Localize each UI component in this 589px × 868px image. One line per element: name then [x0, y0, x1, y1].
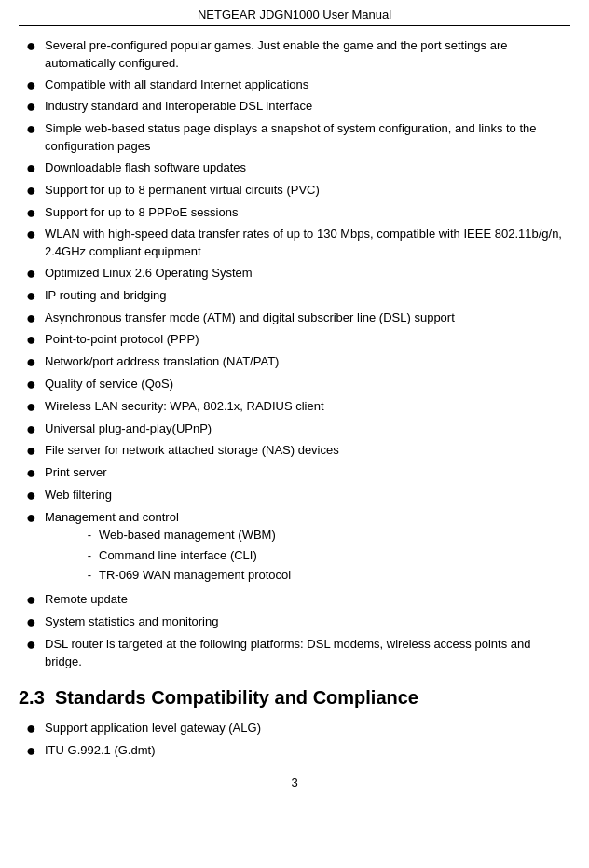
section-title: Standards Compatibility and Compliance: [55, 687, 418, 708]
list-item: ● Quality of service (QoS): [19, 376, 570, 394]
bullet-text: Downloadable flash software updates: [45, 159, 570, 177]
bullet-text: Management and control - Web-based manag…: [45, 509, 570, 587]
bullet-dot: ●: [26, 226, 45, 244]
bullet-dot: ●: [26, 487, 45, 505]
page-title: NETGEAR JDGN1000 User Manual: [198, 7, 391, 21]
bullet-text: Optimized Linux 2.6 Operating System: [45, 265, 570, 282]
bullet-dot: ●: [26, 376, 45, 394]
list-item: ● DSL router is targeted at the followin…: [19, 636, 570, 671]
bullet-text: Simple web-based status page displays a …: [45, 120, 570, 156]
list-item: ● Several pre-configured popular games. …: [19, 37, 570, 73]
bullet-dot: ●: [26, 742, 45, 761]
bullet-dot: ●: [26, 720, 45, 738]
bullet-text: Industry standard and interoperable DSL …: [45, 98, 570, 116]
bullet-text: Compatible with all standard Internet ap…: [45, 76, 570, 94]
bullet-dot: ●: [26, 98, 45, 117]
bullet-dot: ●: [26, 265, 45, 283]
section-bullet-list: ● Support application level gateway (ALG…: [19, 720, 570, 761]
main-bullet-list: ● Several pre-configured popular games. …: [19, 37, 570, 670]
sub-list: - Web-based management (WBM) - Command l…: [45, 527, 563, 586]
list-item: ● Remote update: [19, 591, 570, 610]
bullet-text: Wireless LAN security: WPA, 802.1x, RADI…: [45, 398, 570, 416]
list-item: ● Support application level gateway (ALG…: [19, 720, 570, 738]
sub-dash: -: [71, 547, 99, 565]
bullet-dot: ●: [26, 120, 45, 139]
bullet-dot: ●: [26, 331, 45, 350]
bullet-text: WLAN with high-speed data transfer rates…: [45, 226, 570, 261]
bullet-text: Support application level gateway (ALG): [45, 720, 570, 737]
list-item: ● Wireless LAN security: WPA, 802.1x, RA…: [19, 398, 570, 417]
bullet-dot: ●: [26, 37, 45, 56]
list-item: ● File server for network attached stora…: [19, 442, 570, 461]
bullet-text: Asynchronous transfer mode (ATM) and dig…: [45, 310, 570, 327]
sub-list-item: - Command line interface (CLI): [45, 547, 563, 565]
list-item: ● Print server: [19, 464, 570, 483]
list-item: ● IP routing and bridging: [19, 287, 570, 306]
bullet-dot: ●: [26, 287, 45, 306]
bullet-dot: ●: [26, 464, 45, 483]
bullet-text: DSL router is targeted at the following …: [45, 636, 570, 671]
list-item: ● Web filtering: [19, 487, 570, 505]
list-item: ● Asynchronous transfer mode (ATM) and d…: [19, 310, 570, 328]
bullet-text: ITU G.992.1 (G.dmt): [45, 742, 570, 760]
bullet-text: Support for up to 8 permanent virtual ci…: [45, 182, 570, 200]
list-item-management: ● Management and control - Web-based man…: [19, 509, 570, 587]
list-item: ● WLAN with high-speed data transfer rat…: [19, 226, 570, 261]
bullet-text: Remote update: [45, 591, 570, 609]
page-number: 3: [19, 776, 570, 790]
bullet-dot: ●: [26, 204, 45, 223]
bullet-text: Several pre-configured popular games. Ju…: [45, 37, 570, 73]
sub-dash: -: [71, 567, 99, 585]
section-number: 2.3: [19, 687, 45, 708]
list-item: ● Support for up to 8 permanent virtual …: [19, 182, 570, 200]
bullet-text: Point-to-point protocol (PPP): [45, 331, 570, 349]
list-item: ● Network/port address translation (NAT/…: [19, 353, 570, 372]
list-item: ● Compatible with all standard Internet …: [19, 76, 570, 95]
bullet-dot: ●: [26, 636, 45, 654]
list-item: ● Point-to-point protocol (PPP): [19, 331, 570, 350]
bullet-dot: ●: [26, 398, 45, 417]
bullet-dot: ●: [26, 76, 45, 95]
bullet-dot: ●: [26, 509, 45, 528]
sub-list-item: - TR-069 WAN management protocol: [45, 567, 563, 585]
bullet-dot: ●: [26, 159, 45, 178]
list-item: ● Industry standard and interoperable DS…: [19, 98, 570, 117]
bullet-text: IP routing and bridging: [45, 287, 570, 305]
list-item: ● Universal plug-and-play(UPnP): [19, 420, 570, 439]
list-item: ● Support for up to 8 PPPoE sessions: [19, 204, 570, 223]
bullet-dot: ●: [26, 310, 45, 328]
section-heading: 2.3 Standards Compatibility and Complian…: [19, 687, 570, 709]
bullet-dot: ●: [26, 420, 45, 439]
sub-list-item: - Web-based management (WBM): [45, 527, 563, 544]
list-item: ● Downloadable flash software updates: [19, 159, 570, 178]
bullet-dot: ●: [26, 182, 45, 200]
bullet-text: Print server: [45, 464, 570, 482]
bullet-text: Network/port address translation (NAT/PA…: [45, 353, 570, 371]
sub-text: TR-069 WAN management protocol: [99, 567, 563, 585]
bullet-dot: ●: [26, 591, 45, 610]
bullet-text: Universal plug-and-play(UPnP): [45, 420, 570, 438]
page-header: NETGEAR JDGN1000 User Manual: [19, 7, 570, 26]
bullet-text: File server for network attached storage…: [45, 442, 570, 460]
list-item: ● Simple web-based status page displays …: [19, 120, 570, 156]
bullet-text: Support for up to 8 PPPoE sessions: [45, 204, 570, 222]
list-item: ● ITU G.992.1 (G.dmt): [19, 742, 570, 761]
bullet-dot: ●: [26, 353, 45, 372]
bullet-text: Web filtering: [45, 487, 570, 504]
bullet-dot: ●: [26, 442, 45, 461]
bullet-text: System statistics and monitoring: [45, 613, 570, 631]
bullet-text: Quality of service (QoS): [45, 376, 570, 393]
sub-text: Command line interface (CLI): [99, 547, 563, 565]
bullet-dot: ●: [26, 613, 45, 632]
page-container: NETGEAR JDGN1000 User Manual ● Several p…: [0, 0, 589, 808]
list-item: ● System statistics and monitoring: [19, 613, 570, 632]
sub-text: Web-based management (WBM): [99, 527, 563, 544]
list-item: ● Optimized Linux 2.6 Operating System: [19, 265, 570, 283]
sub-dash: -: [71, 527, 99, 544]
